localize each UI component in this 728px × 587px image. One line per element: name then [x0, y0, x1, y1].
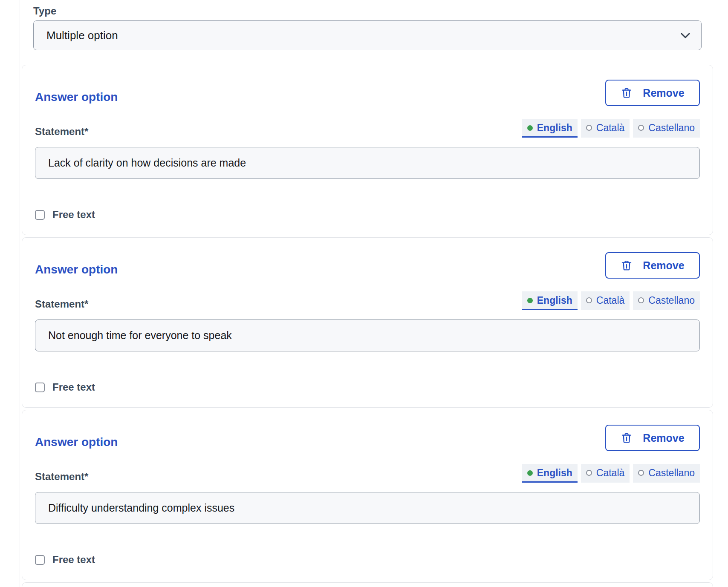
language-tabs: English Català Castellano	[522, 291, 700, 310]
type-label: Type	[33, 5, 702, 17]
language-tab-label: Català	[596, 122, 624, 134]
language-tab-english[interactable]: English	[522, 119, 578, 138]
radio-circle-icon	[638, 297, 644, 303]
answer-option-header: Answer option Remove	[35, 425, 700, 451]
statement-row: Statement* English Català Castellano	[35, 464, 700, 483]
answer-option-card: Answer option Remove Statement* English	[22, 237, 713, 408]
answer-option-heading: Answer option	[35, 90, 118, 104]
statement-label: Statement*	[35, 126, 88, 138]
remove-button[interactable]: Remove	[605, 252, 700, 279]
question-form-panel: Type Multiple option Answer option Remov…	[20, 0, 715, 587]
type-select[interactable]: Multiple option	[33, 20, 702, 50]
language-tab-catala[interactable]: Català	[581, 464, 630, 483]
language-tab-label: English	[537, 122, 572, 134]
free-text-label: Free text	[52, 554, 95, 566]
statement-row: Statement* English Català Castellano	[35, 291, 700, 310]
answer-option-card: Answer option Remove Statement* English	[22, 410, 713, 580]
radio-circle-icon	[586, 125, 592, 131]
remove-label: Remove	[643, 87, 684, 99]
radio-circle-icon	[638, 470, 644, 476]
radio-circle-icon	[638, 125, 644, 131]
remove-label: Remove	[643, 432, 684, 444]
selected-language-dot-icon	[527, 470, 533, 476]
answer-option-heading: Answer option	[35, 435, 118, 449]
free-text-option[interactable]: Free text	[35, 209, 95, 221]
language-tab-english[interactable]: English	[522, 291, 578, 310]
language-tab-castellano[interactable]: Castellano	[633, 464, 700, 483]
answer-option-card: Answer option Remove Statement* English	[22, 65, 713, 235]
answer-option-header: Answer option Remove	[35, 252, 700, 279]
remove-label: Remove	[643, 259, 684, 272]
free-text-label: Free text	[52, 209, 95, 221]
answer-options-list: Answer option Remove Statement* English	[21, 65, 714, 580]
free-text-option[interactable]: Free text	[35, 554, 95, 566]
chevron-down-icon	[681, 33, 690, 38]
answer-option-header: Answer option Remove	[35, 80, 700, 106]
type-field-group: Type Multiple option	[21, 5, 714, 50]
language-tabs: English Català Castellano	[522, 464, 700, 483]
statement-row: Statement* English Català Castellano	[35, 119, 700, 138]
type-select-value: Multiple option	[46, 29, 118, 42]
free-text-checkbox[interactable]	[35, 383, 45, 392]
radio-circle-icon	[586, 297, 592, 303]
language-tab-english[interactable]: English	[522, 464, 578, 483]
statement-label: Statement*	[35, 298, 88, 310]
statement-label: Statement*	[35, 471, 88, 483]
statement-input[interactable]	[35, 319, 700, 351]
trash-icon	[621, 259, 633, 271]
trash-icon	[621, 87, 633, 99]
radio-circle-icon	[586, 470, 592, 476]
language-tab-label: English	[537, 467, 572, 479]
answer-option-card-partial	[22, 582, 713, 587]
language-tab-catala[interactable]: Català	[581, 119, 630, 138]
remove-button[interactable]: Remove	[605, 425, 700, 451]
selected-language-dot-icon	[527, 125, 533, 131]
language-tab-castellano[interactable]: Castellano	[633, 119, 700, 138]
language-tab-label: Català	[596, 467, 624, 479]
language-tab-label: Castellano	[648, 467, 695, 479]
language-tab-label: Castellano	[648, 122, 695, 134]
language-tab-label: English	[537, 294, 572, 306]
language-tab-catala[interactable]: Català	[581, 291, 630, 310]
statement-input[interactable]	[35, 492, 700, 524]
language-tab-label: Català	[596, 294, 624, 306]
language-tabs: English Català Castellano	[522, 119, 700, 138]
free-text-checkbox[interactable]	[35, 210, 45, 220]
statement-input[interactable]	[35, 147, 700, 179]
free-text-option[interactable]: Free text	[35, 381, 95, 393]
language-tab-label: Castellano	[648, 294, 695, 306]
answer-option-heading: Answer option	[35, 262, 118, 277]
free-text-label: Free text	[52, 381, 95, 393]
free-text-checkbox[interactable]	[35, 555, 45, 565]
language-tab-castellano[interactable]: Castellano	[633, 291, 700, 310]
selected-language-dot-icon	[527, 298, 533, 303]
remove-button[interactable]: Remove	[605, 80, 700, 106]
trash-icon	[621, 432, 633, 444]
